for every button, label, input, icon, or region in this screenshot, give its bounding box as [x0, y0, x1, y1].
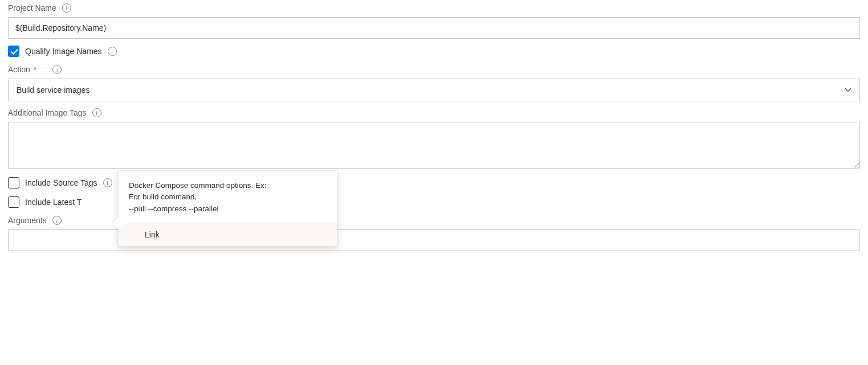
action-select-wrap: Build service images	[8, 79, 860, 101]
info-icon[interactable]: i	[108, 47, 117, 56]
action-field: Action * i Build service images	[8, 65, 860, 101]
project-name-input[interactable]	[8, 17, 860, 39]
additional-image-tags-label-row: Additional Image Tags i	[8, 108, 860, 117]
qualify-image-names-label: Qualify Image Names	[25, 47, 102, 56]
tooltip-line-3: --pull --compress --parallel	[129, 203, 327, 215]
additional-image-tags-label: Additional Image Tags	[8, 108, 87, 117]
qualify-image-names-row: Qualify Image Names i	[8, 46, 860, 57]
include-latest-tag-checkbox[interactable]	[8, 196, 19, 208]
info-icon[interactable]: i	[92, 108, 101, 117]
include-latest-tag-label: Include Latest T	[25, 198, 81, 207]
arguments-tooltip: Docker Compose command options. Ex: For …	[118, 170, 337, 247]
qualify-image-names-checkbox[interactable]	[8, 46, 19, 57]
tooltip-link[interactable]: Link	[119, 223, 337, 246]
info-icon[interactable]: i	[62, 3, 71, 13]
tooltip-body: Docker Compose command options. Ex: For …	[119, 171, 337, 223]
required-indicator: *	[31, 65, 36, 74]
info-icon[interactable]: i	[52, 65, 62, 74]
tooltip-line-2: For build command,	[129, 191, 327, 203]
arguments-field: Arguments i Docker Compose command optio…	[8, 216, 860, 251]
project-name-field: Project Name i	[8, 3, 860, 39]
action-label: Action *	[8, 65, 36, 74]
info-icon[interactable]: i	[103, 178, 112, 187]
tooltip-line-1: Docker Compose command options. Ex:	[129, 180, 327, 191]
project-name-label-row: Project Name i	[8, 3, 860, 13]
info-icon[interactable]: i	[52, 216, 62, 225]
include-source-tags-checkbox[interactable]	[8, 177, 19, 188]
additional-image-tags-textarea[interactable]	[8, 122, 860, 169]
include-source-tags-label: Include Source Tags	[25, 178, 97, 187]
additional-image-tags-field: Additional Image Tags i	[8, 108, 860, 170]
action-select[interactable]: Build service images	[8, 79, 860, 101]
project-name-label: Project Name	[8, 3, 56, 13]
action-label-row: Action * i	[8, 65, 860, 74]
arguments-label: Arguments	[8, 216, 47, 225]
